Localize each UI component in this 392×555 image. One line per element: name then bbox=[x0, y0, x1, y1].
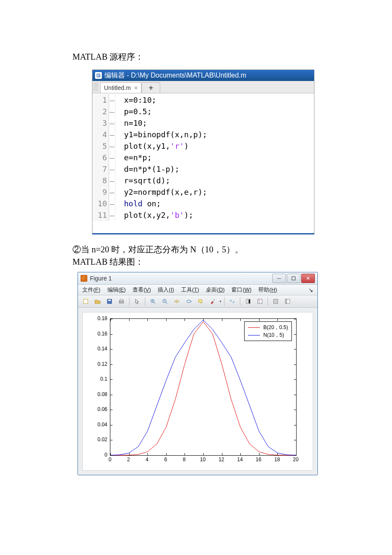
matlab-logo-icon bbox=[81, 275, 87, 282]
xtick-label: 12 bbox=[219, 457, 224, 462]
toolbar-separator bbox=[224, 297, 225, 306]
editor-title-text: 编辑器 - D:\My Documents\MATLAB\Untitled.m bbox=[104, 71, 246, 80]
ytick-label: 0.16 bbox=[83, 331, 107, 337]
menubar-anchor-icon[interactable]: ↘ bbox=[308, 287, 313, 293]
ytick-label: 0.02 bbox=[83, 436, 107, 442]
xtick-label: 8 bbox=[183, 457, 186, 462]
svg-rect-18 bbox=[249, 299, 250, 304]
xtick-label: 4 bbox=[146, 457, 149, 462]
menu-item[interactable]: 插入(I) bbox=[158, 286, 174, 294]
tab-close-icon[interactable]: × bbox=[134, 84, 138, 91]
xtick-label: 16 bbox=[256, 457, 261, 462]
figure-toolbar: ▾ bbox=[78, 295, 317, 308]
legend-box[interactable]: B(20，0.5) N(10，5) bbox=[244, 321, 292, 341]
svg-line-12 bbox=[166, 302, 167, 304]
dropdown-icon[interactable]: ▾ bbox=[219, 299, 222, 304]
figure-titlebar[interactable]: Figure 1 ─ ✕ bbox=[78, 272, 317, 285]
link-button[interactable] bbox=[227, 296, 237, 306]
figure-title-text: Figure 1 bbox=[90, 275, 112, 282]
xtick-label: 10 bbox=[200, 457, 205, 462]
toolbar-separator bbox=[268, 297, 268, 306]
menu-item[interactable]: 编辑(E) bbox=[107, 286, 126, 294]
zoom-in-button[interactable] bbox=[148, 296, 158, 306]
line-number-gutter: 1234567891011 bbox=[92, 94, 109, 221]
close-button[interactable]: ✕ bbox=[301, 274, 315, 283]
svg-rect-1 bbox=[292, 277, 295, 280]
show-plot-tools-button[interactable] bbox=[282, 296, 293, 306]
binomial-curve bbox=[110, 322, 296, 455]
xtick-label: 20 bbox=[293, 457, 298, 462]
figure-menubar: 文件(F)编辑(E)查看(V)插入(I)工具(T)桌面(D)窗口(W)帮助(H)… bbox=[78, 285, 317, 295]
xtick-label: 0 bbox=[109, 457, 112, 462]
heading-source-code: MATLAB 源程序： bbox=[72, 51, 320, 63]
tab-drag-handle[interactable] bbox=[93, 83, 98, 91]
editor-tabbar: Untitled.m × + bbox=[92, 81, 314, 93]
svg-rect-17 bbox=[246, 299, 248, 304]
new-figure-button[interactable] bbox=[81, 296, 91, 306]
editor-code-area[interactable]: 1234567891011 ––––––––––– x=0:10;p=0.5;n… bbox=[92, 93, 314, 233]
matlab-editor-window: 编辑器 - D:\My Documents\MATLAB\Untitled.m … bbox=[92, 69, 314, 234]
svg-rect-15 bbox=[199, 300, 202, 302]
legend-label-binomial: B(20，0.5) bbox=[263, 324, 288, 331]
heading-result-figure: MATLAB 结果图： bbox=[72, 256, 320, 268]
document-page: MATLAB 源程序： 编辑器 - D:\My Documents\MATLAB… bbox=[0, 0, 392, 501]
menu-item[interactable]: 帮助(H) bbox=[258, 286, 277, 294]
svg-line-8 bbox=[154, 302, 156, 304]
menu-item[interactable]: 窗口(W) bbox=[231, 286, 251, 294]
toolbar-separator bbox=[129, 297, 130, 306]
pan-button[interactable] bbox=[172, 296, 182, 306]
svg-rect-6 bbox=[120, 299, 123, 301]
tab-untitled[interactable]: Untitled.m × bbox=[100, 82, 141, 93]
window-buttons: ─ ✕ bbox=[272, 274, 315, 283]
svg-point-14 bbox=[187, 300, 191, 303]
insert-legend-button[interactable] bbox=[255, 296, 265, 306]
datatip-button[interactable] bbox=[196, 296, 206, 306]
xtick-label: 2 bbox=[127, 457, 130, 462]
ytick-label: 0.18 bbox=[83, 315, 107, 321]
ytick-label: 0.14 bbox=[83, 346, 107, 352]
editor-icon bbox=[95, 72, 102, 79]
menu-item[interactable]: 文件(F) bbox=[82, 286, 101, 294]
ytick-label: 0.1 bbox=[83, 376, 107, 382]
toolbar-separator bbox=[240, 297, 240, 306]
xtick-label: 14 bbox=[237, 457, 243, 462]
pointer-button[interactable] bbox=[132, 296, 142, 306]
ytick-label: 0.04 bbox=[83, 422, 107, 428]
menu-item[interactable]: 查看(V) bbox=[133, 286, 151, 294]
ytick-label: 0.12 bbox=[83, 361, 107, 367]
open-button[interactable] bbox=[92, 296, 103, 306]
ytick-label: 0.08 bbox=[83, 391, 107, 397]
zoom-out-button[interactable] bbox=[160, 296, 170, 306]
axes-box[interactable]: B(20，0.5) N(10，5) 0.180.160.140.120.10.0… bbox=[82, 312, 313, 471]
menu-item[interactable]: 工具(T) bbox=[181, 286, 199, 294]
rotate3d-button[interactable] bbox=[184, 296, 194, 306]
svg-rect-22 bbox=[274, 299, 278, 304]
print-button[interactable] bbox=[116, 296, 127, 306]
editor-titlebar: 编辑器 - D:\My Documents\MATLAB\Untitled.m bbox=[92, 70, 314, 81]
hide-plot-tools-button[interactable] bbox=[271, 296, 281, 306]
ytick-label: 0 bbox=[83, 452, 107, 458]
new-tab-button[interactable]: + bbox=[141, 82, 160, 93]
ytick-label: 0.06 bbox=[83, 406, 107, 412]
svg-rect-24 bbox=[285, 299, 287, 304]
axes-frame: B(20，0.5) N(10，5) bbox=[110, 318, 297, 456]
xtick-label: 6 bbox=[164, 457, 167, 462]
save-button[interactable] bbox=[104, 296, 115, 306]
insert-colorbar-button[interactable] bbox=[243, 296, 253, 306]
legend-entry-binomial: B(20，0.5) bbox=[248, 324, 288, 331]
legend-label-normal: N(10，5) bbox=[263, 331, 284, 339]
code-column[interactable]: x=0:10;p=0.5;n=10;y1=binopdf(x,n,p);plot… bbox=[115, 94, 207, 221]
breakpoint-column[interactable]: ––––––––––– bbox=[109, 94, 115, 221]
svg-line-16 bbox=[213, 299, 215, 301]
svg-rect-19 bbox=[258, 299, 262, 304]
minimize-button[interactable]: ─ bbox=[272, 274, 286, 283]
figure-canvas: B(20，0.5) N(10，5) 0.180.160.140.120.10.0… bbox=[78, 308, 317, 475]
maximize-button[interactable] bbox=[287, 274, 300, 283]
legend-entry-normal: N(10，5) bbox=[248, 331, 288, 339]
toolbar-separator bbox=[145, 297, 145, 306]
brush-button[interactable] bbox=[208, 296, 218, 306]
svg-rect-4 bbox=[108, 300, 111, 301]
menu-item[interactable]: 桌面(D) bbox=[206, 286, 225, 294]
paragraph-case2: ②当 n=20 时，对应正态分布为 N（10，5）。 bbox=[72, 244, 320, 255]
legend-line-blue bbox=[248, 335, 260, 335]
